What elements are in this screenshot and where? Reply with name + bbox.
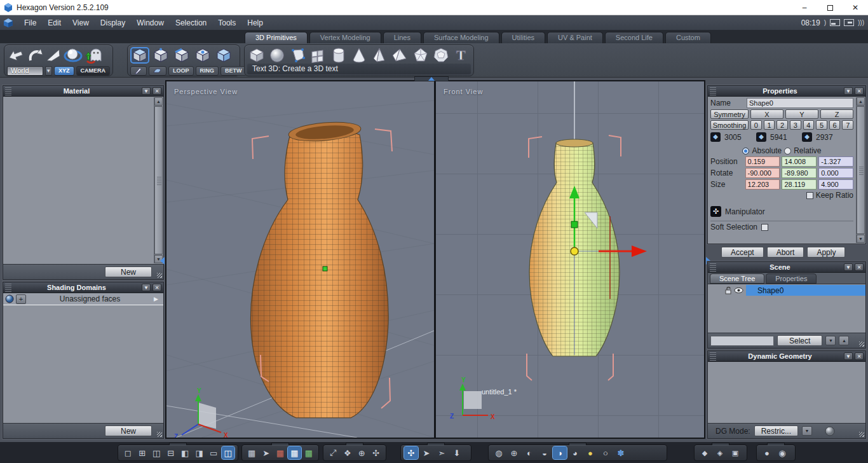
minimize-button[interactable]: – (792, 0, 817, 15)
symmetry-button[interactable]: Symmetry (710, 109, 749, 119)
tetrahedron-primitive-icon[interactable] (391, 46, 409, 64)
ghost-hide-icon[interactable] (85, 47, 104, 64)
properties-panel-close-icon[interactable]: ✕ (855, 87, 864, 95)
smoothing-0-button[interactable]: 0 (750, 120, 762, 130)
text-3d-primitive-icon[interactable]: T (452, 46, 471, 64)
scroll-thumb[interactable] (154, 106, 163, 254)
axis-grid-icon[interactable]: ▦ (274, 446, 287, 459)
dyngeo-panel-close-icon[interactable]: ✕ (855, 352, 864, 360)
symmetry-y-button[interactable]: Y (785, 109, 818, 119)
properties-scrollbar[interactable]: ▲ ▼ (856, 97, 865, 243)
uv-flower-icon[interactable]: ✽ (614, 446, 628, 459)
dg-mode-dropdown-icon[interactable]: ▼ (802, 426, 812, 436)
tab-custom[interactable]: Custom (665, 32, 711, 43)
layout-four-views-icon[interactable]: ⊞ (136, 446, 149, 459)
fit-view-icon[interactable]: ⤢ (327, 446, 340, 459)
layout-wide-view-icon[interactable]: ▭ (207, 446, 220, 459)
tab-utilities[interactable]: Utilities (501, 32, 545, 43)
menu-selection[interactable]: Selection (170, 18, 212, 27)
scene-panel-grip[interactable] (710, 263, 716, 272)
wedge-tool-icon[interactable] (45, 48, 62, 63)
tab-lines[interactable]: Lines (383, 32, 421, 43)
select-points-icon[interactable] (151, 47, 170, 64)
layout-two-columns-icon[interactable]: ◫ (150, 446, 163, 459)
tab-vertex-modeling[interactable]: Vertex Modeling (309, 32, 381, 43)
size-y-field[interactable]: 28.119 (782, 179, 817, 190)
flat-shading-icon[interactable]: ◐ (522, 446, 536, 459)
abort-button[interactable]: Abort (767, 247, 804, 258)
select-object-icon[interactable] (214, 47, 233, 64)
dodecahedron-primitive-icon[interactable] (431, 46, 450, 64)
scene-search-input[interactable] (710, 336, 774, 346)
scene-item-shape0[interactable]: Shape0 (746, 285, 865, 296)
position-z-field[interactable]: -1.327 (818, 156, 853, 167)
grid-toggle-icon[interactable]: ▦ (245, 446, 258, 459)
transform-tool-icon[interactable]: ➣ (435, 446, 449, 459)
shading-new-button[interactable]: New (105, 425, 152, 436)
paint-select-icon[interactable] (130, 66, 147, 76)
size-x-field[interactable]: 12.203 (745, 179, 780, 190)
facet-primitive-icon[interactable] (288, 46, 307, 64)
normals-icon[interactable]: ➤ (259, 446, 272, 459)
cursor-tool-icon[interactable]: ➤ (419, 446, 433, 459)
scene-tree-tab[interactable]: Scene Tree (710, 273, 764, 284)
scene-select-button[interactable]: Select (777, 335, 822, 346)
smoothing-button[interactable]: Smoothing (710, 120, 749, 130)
smoothing-2-button[interactable]: 2 (776, 120, 788, 130)
render-sphere-icon[interactable]: ● (760, 446, 774, 459)
manipulator-icon[interactable]: ✣ (710, 206, 721, 217)
position-y-field[interactable]: 14.008 (782, 156, 817, 167)
soft-selection-checkbox[interactable] (761, 224, 768, 231)
expand-domain-icon[interactable]: ▶ (154, 296, 158, 302)
coordinate-space-select[interactable]: World (7, 66, 43, 76)
shading-resize-grip[interactable] (157, 432, 162, 437)
pages-display-icon[interactable]: ▣ (728, 446, 742, 459)
size-z-field[interactable]: 4.900 (818, 179, 853, 190)
domain-sphere-icon[interactable] (5, 294, 14, 303)
shading-panel-grip[interactable] (5, 284, 11, 292)
smooth-shading-icon[interactable]: ◑ (553, 446, 567, 459)
menu-view[interactable]: View (67, 18, 95, 27)
symmetry-x-button[interactable]: X (750, 109, 783, 119)
scene-tree-row[interactable]: Shape0 (708, 285, 865, 296)
work-grid-icon[interactable]: ▦ (288, 446, 301, 459)
close-button[interactable]: ✕ (843, 0, 868, 15)
material-shading-icon[interactable]: ● (583, 446, 597, 459)
relative-radio[interactable] (784, 148, 791, 155)
layout-three-left-icon[interactable]: ◧ (179, 446, 192, 459)
keep-ratio-checkbox[interactable] (806, 192, 813, 199)
top-collapse-tab[interactable] (414, 76, 449, 81)
scene-down-icon[interactable]: ▼ (825, 336, 836, 345)
between-select-button[interactable]: BETW (220, 66, 247, 76)
material-resize-grip[interactable] (157, 273, 162, 278)
smoothing-5-button[interactable]: 5 (816, 120, 827, 130)
keep-ratio-label[interactable]: Keep Ratio (816, 191, 853, 200)
area-paint-select-icon[interactable] (149, 66, 166, 76)
grid-primitive-icon[interactable] (309, 46, 327, 64)
tab-3d-primitives[interactable]: 3D Primitives (245, 32, 308, 43)
sphere-primitive-icon[interactable] (268, 46, 286, 64)
wireframe-globe-icon[interactable]: ◍ (492, 446, 506, 459)
shading-panel-menu-icon[interactable]: ▼ (142, 284, 151, 291)
material-panel-close-icon[interactable]: ✕ (153, 87, 161, 95)
tab-second-life[interactable]: Second Life (605, 32, 663, 43)
menu-window[interactable]: Window (131, 18, 170, 27)
smoothing-4-button[interactable]: 4 (803, 120, 815, 130)
minimized-window-icon[interactable] (830, 19, 840, 26)
cube-primitive-icon[interactable] (247, 46, 266, 64)
material-panel-menu-icon[interactable]: ▼ (142, 87, 151, 95)
material-panel-grip[interactable] (5, 87, 11, 95)
position-x-field[interactable]: 0.159 (745, 156, 780, 167)
properties-scroll-thumb[interactable] (857, 106, 865, 234)
properties-panel-grip[interactable] (710, 87, 716, 95)
wire-shading-icon[interactable]: ◒ (538, 446, 552, 459)
tab-uv-paint[interactable]: UV & Paint (547, 32, 603, 43)
magnet-display-icon[interactable]: ◈ (713, 446, 727, 459)
layout-two-rows-icon[interactable]: ⊟ (165, 446, 178, 459)
soft-select-display-icon[interactable]: ◆ (698, 446, 712, 459)
smoothing-1-button[interactable]: 1 (764, 120, 775, 130)
properties-scroll-down-icon[interactable]: ▼ (857, 235, 865, 243)
textured-shading-icon[interactable]: ◕ (568, 446, 582, 459)
xyz-toggle-button[interactable]: XYZ (54, 66, 74, 76)
rotate-x-field[interactable]: -90.000 (745, 168, 780, 178)
